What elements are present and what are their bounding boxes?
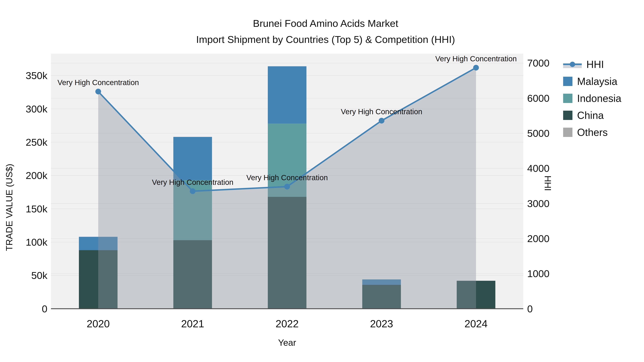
legend-label-hhi: HHI [586, 58, 604, 70]
y-right-tick-label: 0 [527, 303, 533, 315]
x-tick-label: 2024 [464, 318, 488, 330]
y-right-tick-label: 7000 [527, 57, 550, 69]
hhi-marker-swatch [570, 62, 575, 67]
legend: HHI Malaysia Indonesia China Others [563, 56, 621, 141]
y-right-tick-label: 6000 [527, 93, 550, 104]
hhi-marker-2023[interactable] [379, 118, 384, 123]
others-swatch-icon [563, 128, 572, 137]
y-left-tick-label: 100k [26, 237, 48, 248]
legend-item-malaysia[interactable]: Malaysia [563, 73, 621, 90]
y-left-tick-label: 350k [26, 70, 48, 81]
annotation-very-high-concentration: Very High Concentration [341, 107, 422, 116]
annotation-very-high-concentration: Very High Concentration [246, 173, 328, 182]
y-right-tick-label: 1000 [527, 268, 550, 279]
x-tick-label: 2023 [370, 318, 393, 330]
x-tick-label: 2022 [276, 318, 298, 330]
hhi-marker-2024[interactable] [473, 65, 479, 71]
china-swatch-icon [563, 111, 572, 120]
x-tick-label: 2020 [86, 318, 110, 330]
legend-label-others: Others [577, 126, 608, 138]
y-right-tick-label: 2000 [527, 233, 550, 244]
annotation-very-high-concentration: Very High Concentration [152, 178, 233, 186]
y-left-tick-label: 250k [26, 137, 48, 148]
y-axis-title-right: HHI [542, 176, 553, 191]
x-axis-title: Year [278, 338, 296, 348]
y-right-tick-label: 4000 [527, 163, 550, 174]
malaysia-swatch-icon [563, 77, 572, 86]
legend-item-hhi[interactable]: HHI [563, 56, 621, 73]
chart-title: Brunei Food Amino Acids Market Import Sh… [196, 15, 455, 47]
figure: 050k100k150k200k250k300k350k010002000300… [0, 0, 644, 362]
y-left-tick-label: 0 [42, 303, 48, 315]
hhi-line-icon [563, 60, 582, 69]
legend-label-malaysia: Malaysia [577, 75, 617, 87]
bar-malaysia-2022[interactable] [268, 66, 306, 123]
bar-malaysia-2021[interactable] [173, 137, 212, 180]
y-axis-title-left: TRADE VALUE (US$) [4, 164, 14, 251]
indonesia-swatch-icon [563, 94, 572, 103]
hhi-marker-2021[interactable] [190, 188, 196, 194]
y-left-tick-label: 300k [26, 103, 48, 115]
legend-label-indonesia: Indonesia [577, 92, 621, 104]
y-left-tick-label: 150k [26, 203, 48, 215]
legend-label-china: China [577, 109, 604, 121]
y-right-tick-label: 3000 [527, 198, 550, 209]
legend-item-china[interactable]: China [563, 107, 621, 124]
legend-item-others[interactable]: Others [563, 124, 621, 141]
y-left-tick-label: 50k [31, 270, 48, 281]
y-right-tick-label: 5000 [527, 128, 550, 139]
x-tick-label: 2021 [181, 318, 204, 330]
chart-title-line1: Brunei Food Amino Acids Market [196, 15, 455, 31]
annotation-very-high-concentration: Very High Concentration [58, 78, 139, 87]
hhi-marker-2022[interactable] [284, 184, 290, 189]
y-left-tick-label: 200k [26, 170, 48, 181]
annotation-very-high-concentration: Very High Concentration [435, 54, 517, 63]
chart-title-line2: Import Shipment by Countries (Top 5) & C… [196, 31, 455, 47]
legend-item-indonesia[interactable]: Indonesia [563, 90, 621, 107]
hhi-marker-2020[interactable] [95, 89, 101, 94]
